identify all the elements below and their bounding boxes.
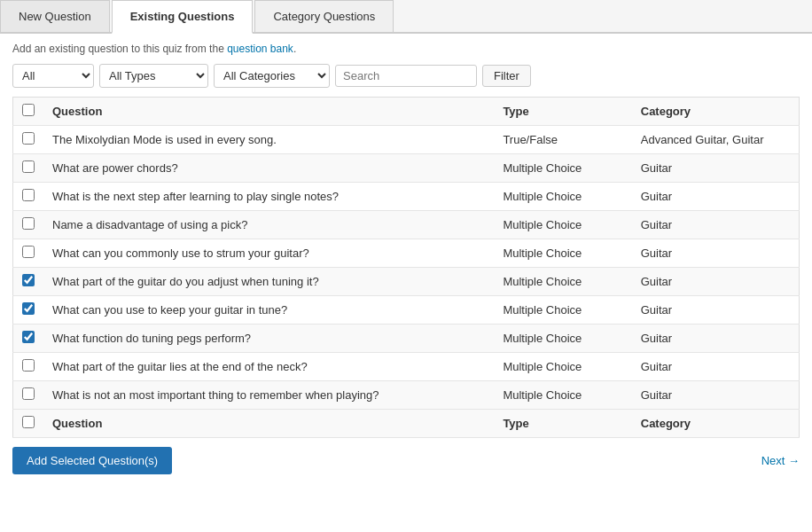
row-category: Guitar [632, 325, 800, 353]
table-row: What is the next step after learning to … [13, 183, 800, 211]
header-type: Type [494, 98, 631, 126]
row-check-cell [13, 353, 44, 381]
description-prefix: Add an existing question to this quiz fr… [12, 43, 227, 55]
category-select[interactable]: All Categories Guitar Advanced Guitar [214, 64, 330, 88]
table-row: What can you commonly use to strum your … [13, 239, 800, 268]
row-type: Multiple Choice [494, 381, 631, 410]
tab-existing-questions[interactable]: Existing Questions [112, 0, 254, 34]
row-check-cell [13, 296, 44, 325]
row-type: Multiple Choice [494, 154, 631, 183]
row-question: What function do tuning pegs perform? [43, 325, 494, 353]
row-type: Multiple Choice [494, 325, 631, 353]
row-question: What is not an most important thing to r… [43, 381, 494, 410]
questions-table: Question Type Category The Mixolydian Mo… [12, 97, 800, 438]
table-footer-row: Question Type Category [13, 410, 800, 438]
select-all-checkbox[interactable] [22, 104, 35, 116]
table-row: Name a disadvantage of using a pick?Mult… [13, 211, 800, 239]
row-category: Advanced Guitar, Guitar [632, 126, 800, 154]
search-input[interactable] [335, 65, 477, 87]
row-question: What can you commonly use to strum your … [43, 239, 494, 268]
row-check-cell [13, 183, 44, 211]
tab-new-question[interactable]: New Question [0, 0, 110, 32]
row-type: Multiple Choice [494, 296, 631, 325]
row-checkbox[interactable] [22, 302, 35, 315]
table-row: The Mixolydian Mode is used in every son… [13, 126, 800, 154]
table-header-row: Question Type Category [13, 98, 800, 126]
type-select[interactable]: All Types True/False Multiple Choice [99, 64, 208, 88]
description-suffix: . [293, 43, 296, 55]
row-check-cell [13, 239, 44, 268]
footer-category-label: Category [632, 410, 800, 438]
footer-question-label: Question [43, 410, 494, 438]
row-question: What is the next step after learning to … [43, 183, 494, 211]
row-checkbox[interactable] [22, 189, 35, 201]
row-category: Guitar [632, 211, 800, 239]
table-row: What part of the guitar lies at the end … [13, 353, 800, 381]
row-checkbox[interactable] [22, 246, 35, 258]
row-category: Guitar [632, 268, 800, 296]
row-type: Multiple Choice [494, 268, 631, 296]
tab-bar: New Question Existing Questions Category… [0, 0, 812, 34]
row-check-cell [13, 268, 44, 296]
table-row: What can you use to keep your guitar in … [13, 296, 800, 325]
row-question: Name a disadvantage of using a pick? [43, 211, 494, 239]
row-checkbox[interactable] [22, 387, 35, 400]
row-checkbox[interactable] [22, 331, 35, 343]
footer-select-all-checkbox[interactable] [22, 416, 35, 428]
table-footer-actions: Add Selected Question(s) Next → [12, 438, 800, 478]
main-content: Add an existing question to this quiz fr… [0, 34, 812, 487]
row-question: What part of the guitar lies at the end … [43, 353, 494, 381]
row-category: Guitar [632, 239, 800, 268]
row-checkbox[interactable] [22, 217, 35, 230]
table-row: What is not an most important thing to r… [13, 381, 800, 410]
row-type: True/False [494, 126, 631, 154]
add-selected-button[interactable]: Add Selected Question(s) [12, 447, 172, 474]
footer-type-label: Type [494, 410, 631, 438]
row-type: Multiple Choice [494, 211, 631, 239]
question-bank-link[interactable]: question bank [227, 43, 293, 55]
row-type: Multiple Choice [494, 239, 631, 268]
row-check-cell [13, 154, 44, 183]
header-check [13, 98, 44, 126]
row-checkbox[interactable] [22, 359, 35, 372]
row-category: Guitar [632, 154, 800, 183]
row-category: Guitar [632, 296, 800, 325]
status-select[interactable]: All Published Draft [12, 64, 94, 88]
row-type: Multiple Choice [494, 353, 631, 381]
footer-check [13, 410, 44, 438]
filter-bar: All Published Draft All Types True/False… [12, 64, 800, 88]
row-checkbox[interactable] [22, 132, 35, 145]
table-row: What are power chords?Multiple ChoiceGui… [13, 154, 800, 183]
tab-category-questions[interactable]: Category Questions [254, 0, 394, 32]
next-link[interactable]: Next → [761, 454, 800, 467]
header-question: Question [43, 98, 494, 126]
row-category: Guitar [632, 353, 800, 381]
row-question: What are power chords? [43, 154, 494, 183]
row-question: The Mixolydian Mode is used in every son… [43, 126, 494, 154]
table-row: What function do tuning pegs perform?Mul… [13, 325, 800, 353]
row-question: What can you use to keep your guitar in … [43, 296, 494, 325]
row-check-cell [13, 381, 44, 410]
row-checkbox[interactable] [22, 160, 35, 173]
row-check-cell [13, 211, 44, 239]
row-checkbox[interactable] [22, 274, 35, 286]
row-type: Multiple Choice [494, 183, 631, 211]
filter-button[interactable]: Filter [482, 65, 531, 87]
row-category: Guitar [632, 381, 800, 410]
row-check-cell [13, 325, 44, 353]
header-category: Category [632, 98, 800, 126]
description-text: Add an existing question to this quiz fr… [12, 43, 800, 55]
row-question: What part of the guitar do you adjust wh… [43, 268, 494, 296]
row-category: Guitar [632, 183, 800, 211]
row-check-cell [13, 126, 44, 154]
table-row: What part of the guitar do you adjust wh… [13, 268, 800, 296]
